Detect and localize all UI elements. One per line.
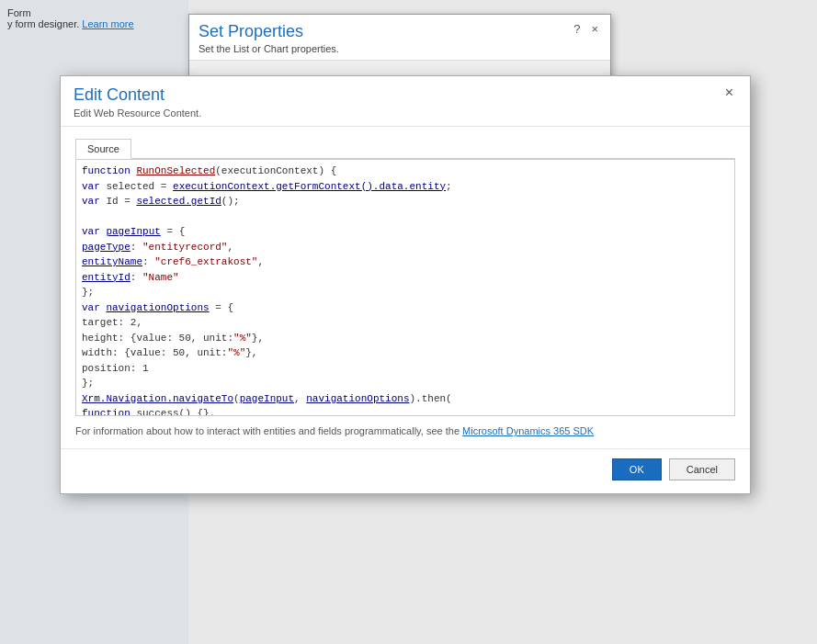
form-designer-text: y form designer. Learn more: [7, 18, 134, 29]
set-properties-close-btn[interactable]: ×: [588, 22, 601, 36]
set-properties-title: Set Properties: [199, 22, 339, 41]
edit-content-ok-btn[interactable]: OK: [612, 458, 662, 480]
edit-content-info: For information about how to interact wi…: [75, 424, 735, 439]
edit-content-title: Edit Content: [74, 85, 201, 105]
edit-content-body: Source function RunOnSelected(executionC…: [61, 127, 750, 448]
edit-content-cancel-btn[interactable]: Cancel: [669, 458, 735, 480]
sdk-link[interactable]: Microsoft Dynamics 365 SDK: [462, 425, 594, 436]
form-label: Form: [7, 7, 31, 18]
learn-more-link[interactable]: Learn more: [82, 18, 133, 29]
set-properties-title-bar: Set Properties Set the List or Chart pro…: [189, 15, 610, 61]
set-properties-subtitle: Set the List or Chart properties.: [199, 43, 339, 54]
source-tab[interactable]: Source: [75, 139, 131, 159]
edit-content-footer: OK Cancel: [61, 448, 750, 493]
set-properties-help-btn[interactable]: ?: [571, 22, 583, 36]
source-tab-bar: Source: [75, 138, 735, 159]
code-editor[interactable]: function RunOnSelected(executionContext)…: [75, 159, 735, 416]
edit-content-close-btn[interactable]: ×: [721, 85, 737, 100]
edit-content-title-bar: Edit Content Edit Web Resource Content. …: [61, 76, 750, 127]
edit-content-dialog: Edit Content Edit Web Resource Content. …: [60, 75, 751, 494]
edit-content-subtitle: Edit Web Resource Content.: [74, 107, 201, 119]
